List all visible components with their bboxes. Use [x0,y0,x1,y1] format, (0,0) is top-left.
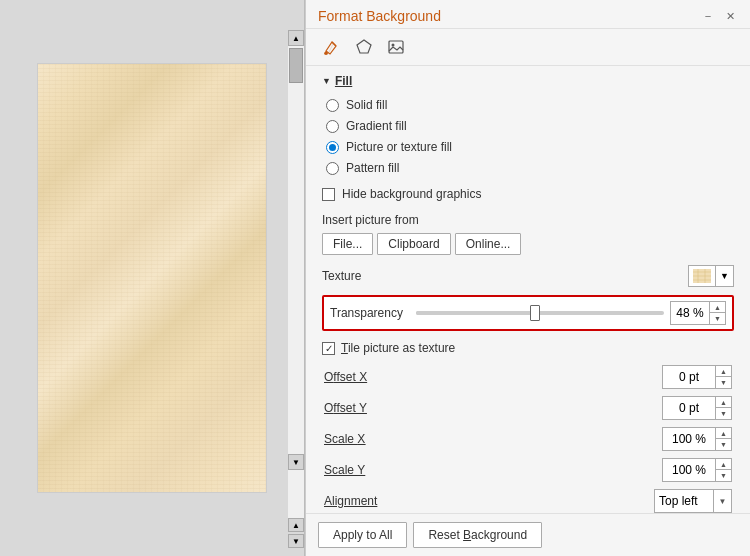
close-button[interactable]: ✕ [722,8,738,24]
offset-x-row: Offset X ▲ ▼ [322,365,734,389]
offset-y-label: Offset Y [324,401,367,415]
transparency-value-input[interactable] [671,302,709,324]
offset-x-input[interactable]: ▲ ▼ [662,365,732,389]
scale-y-spinners: ▲ ▼ [715,459,731,481]
offset-y-row: Offset Y ▲ ▼ [322,396,734,420]
offset-x-value[interactable] [663,366,715,388]
pentagon-icon[interactable] [350,35,378,59]
solid-fill-radio[interactable] [326,99,339,112]
scale-x-label: Scale X [324,432,365,446]
offset-x-decrement-btn[interactable]: ▼ [716,377,731,388]
offset-y-input[interactable]: ▲ ▼ [662,396,732,420]
scale-y-input[interactable]: ▲ ▼ [662,458,732,482]
scale-x-decrement-btn[interactable]: ▼ [716,439,731,450]
nav-prev-btn[interactable]: ▲ [288,518,304,532]
fill-section-header[interactable]: ▼ Fill [322,74,734,88]
pin-button[interactable]: − [700,8,716,24]
pattern-fill-radio[interactable] [326,162,339,175]
solid-fill-label: Solid fill [346,98,387,112]
texture-label: Texture [322,269,361,283]
reset-background-button[interactable]: Reset Background [413,522,542,548]
insert-buttons-group: File... Clipboard Online... [322,233,734,255]
texture-dropdown-btn[interactable]: ▼ [716,265,734,287]
reset-btn-label: Reset Background [428,528,527,542]
hide-graphics-label: Hide background graphics [342,187,481,201]
svg-rect-2 [389,41,403,53]
pattern-fill-option[interactable]: Pattern fill [326,161,734,175]
hide-graphics-option[interactable]: Hide background graphics [322,187,734,201]
texture-swatch-button[interactable] [688,265,716,287]
offset-x-spinners: ▲ ▼ [715,366,731,388]
online-button[interactable]: Online... [455,233,522,255]
transparency-decrement-btn[interactable]: ▼ [710,313,725,324]
offset-y-increment-btn[interactable]: ▲ [716,397,731,408]
gradient-fill-option[interactable]: Gradient fill [326,119,734,133]
scale-x-increment-btn[interactable]: ▲ [716,428,731,439]
transparency-label: Transparency [330,306,410,320]
nav-next-btn[interactable]: ▼ [288,534,304,548]
scroll-up-btn[interactable]: ▲ [288,30,304,46]
offset-y-decrement-btn[interactable]: ▼ [716,408,731,419]
svg-marker-1 [357,40,371,53]
hide-graphics-checkbox[interactable] [322,188,335,201]
slide-scrollbar[interactable]: ▲ ▼ [288,30,304,520]
alignment-input[interactable]: ▼ [654,489,732,513]
texture-picker[interactable]: ▼ [688,265,734,287]
alignment-label: Alignment [324,494,377,508]
slider-thumb[interactable] [530,305,540,321]
gradient-fill-radio[interactable] [326,120,339,133]
slider-track[interactable] [416,311,664,315]
offset-x-increment-btn[interactable]: ▲ [716,366,731,377]
paint-bucket-icon[interactable] [318,35,346,59]
alignment-value[interactable] [655,490,713,512]
transparency-spin-arrows: ▲ ▼ [709,302,725,324]
insert-picture-section: Insert picture from File... Clipboard On… [322,213,734,255]
tile-checkbox[interactable] [322,342,335,355]
collapse-arrow-icon: ▼ [322,76,331,86]
apply-all-button[interactable]: Apply to All [318,522,407,548]
slider-fill [416,311,535,315]
offset-y-value[interactable] [663,397,715,419]
slide-canvas [37,63,267,493]
alignment-dropdown-btn[interactable]: ▼ [713,490,731,512]
scale-y-row: Scale Y ▲ ▼ [322,458,734,482]
slide-nav: ▲ ▼ [288,518,304,548]
solid-fill-option[interactable]: Solid fill [326,98,734,112]
scale-x-row: Scale X ▲ ▼ [322,427,734,451]
panel-title: Format Background [318,8,441,24]
pattern-fill-label: Pattern fill [346,161,399,175]
scale-y-label: Scale Y [324,463,365,477]
transparency-row: Transparency ▲ ▼ [322,295,734,331]
scale-x-value[interactable] [663,428,715,450]
gradient-fill-label: Gradient fill [346,119,407,133]
tile-label: Tile picture as texture [341,341,455,355]
image-icon[interactable] [382,35,410,59]
scale-y-increment-btn[interactable]: ▲ [716,459,731,470]
tile-label-text: Tile picture as texture [341,341,455,355]
fill-options-group: Solid fill Gradient fill Picture or text… [322,98,734,175]
panel-header: Format Background − ✕ [306,0,750,29]
panel-footer: Apply to All Reset Background [306,513,750,556]
alignment-row: Alignment ▼ [322,489,734,513]
svg-point-3 [392,44,395,47]
offset-y-spinners: ▲ ▼ [715,397,731,419]
scale-x-input[interactable]: ▲ ▼ [662,427,732,451]
panel-scroll-area[interactable]: ▼ Fill Solid fill Gradient fill Picture … [306,66,750,513]
tile-icon-T: T [341,341,348,355]
scroll-down-btn[interactable]: ▼ [288,454,304,470]
clipboard-button[interactable]: Clipboard [377,233,450,255]
tile-checkbox-row[interactable]: Tile picture as texture [322,341,734,355]
file-button[interactable]: File... [322,233,373,255]
texture-row: Texture ▼ [322,265,734,287]
picture-fill-radio[interactable] [326,141,339,154]
transparency-slider[interactable] [416,311,664,315]
scroll-thumb[interactable] [289,48,303,83]
transparency-spinner[interactable]: ▲ ▼ [670,301,726,325]
slide-preview: ▲ ▼ ▲ ▼ [0,0,305,556]
picture-fill-option[interactable]: Picture or texture fill [326,140,734,154]
tile-label-rest: ile picture as texture [348,341,455,355]
transparency-increment-btn[interactable]: ▲ [710,302,725,313]
scale-y-value[interactable] [663,459,715,481]
scale-y-decrement-btn[interactable]: ▼ [716,470,731,481]
fill-section-title: Fill [335,74,352,88]
